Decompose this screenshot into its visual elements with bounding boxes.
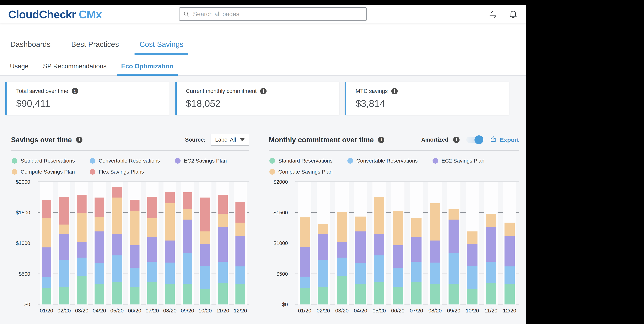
subtab-usage[interactable]: Usage bbox=[8, 62, 30, 75]
subtab-eco-optimization[interactable]: Eco Optimization bbox=[120, 62, 175, 75]
stacked-bar-07-20 bbox=[147, 182, 157, 305]
amortized-toggle[interactable] bbox=[466, 137, 483, 143]
bar-segment-compute-savings-plan bbox=[504, 223, 515, 236]
y-tick-label: $500 bbox=[276, 271, 288, 277]
x-tick-label: 05/20 bbox=[370, 308, 388, 314]
bar-slot-01-20 bbox=[295, 182, 314, 305]
bar-segment-ec2-savings-plan bbox=[147, 237, 157, 262]
global-search[interactable] bbox=[179, 7, 367, 21]
legend-dot bbox=[348, 158, 353, 164]
panel-head: Savings over time i Source: Label All bbox=[11, 129, 249, 150]
bar-segment-compute-savings-plan bbox=[448, 209, 459, 220]
bar-segment-ec2-savings-plan bbox=[112, 234, 122, 256]
x-tick-label: 07/20 bbox=[407, 308, 426, 314]
y-axis: $0$500$1000$1500$2000 bbox=[269, 182, 295, 305]
notifications-bell-icon[interactable] bbox=[508, 10, 518, 19]
kpi-label-text: Total saved over time bbox=[16, 88, 68, 94]
search-input[interactable] bbox=[193, 10, 362, 18]
stacked-bar-08-20 bbox=[165, 182, 175, 305]
tab-dashboards[interactable]: Dashboards bbox=[8, 40, 52, 55]
bar-segment-compute-savings-plan bbox=[200, 232, 210, 244]
x-tick-label: 04/20 bbox=[91, 308, 108, 314]
bar-segment-ec2-savings-plan bbox=[374, 234, 384, 256]
bar-segment-ec2-savings-plan bbox=[467, 244, 478, 266]
bar-segment-convertable-reservations bbox=[42, 277, 51, 288]
legend-dot bbox=[12, 169, 18, 175]
bar-segment-standard-reservations bbox=[318, 287, 328, 305]
monthly-commitment-panel: Monthly commitment over time i Amortized… bbox=[269, 129, 519, 314]
bar-segment-compute-savings-plan bbox=[94, 217, 104, 232]
legend-dot bbox=[175, 158, 180, 164]
stacked-bar-12-20 bbox=[504, 182, 515, 305]
info-icon[interactable]: i bbox=[260, 88, 266, 94]
bar-slot-05-20 bbox=[370, 182, 388, 305]
bar-segment-ec2-savings-plan bbox=[77, 242, 87, 258]
bar-segment-standard-reservations bbox=[430, 284, 440, 305]
source-dropdown[interactable]: Label All bbox=[210, 134, 249, 146]
legend-label: Standard Reservations bbox=[20, 158, 75, 164]
bar-segment-flex-savings-plans bbox=[147, 197, 157, 218]
bar-segment-standard-reservations bbox=[393, 287, 403, 305]
bar-segment-compute-savings-plan bbox=[59, 225, 69, 234]
export-icon bbox=[490, 135, 497, 144]
amortized-label: Amortized bbox=[421, 137, 448, 143]
bar-segment-compute-savings-plan bbox=[112, 198, 122, 234]
charts-row: Savings over time i Source: Label All St… bbox=[0, 115, 526, 314]
bar-segment-flex-savings-plans bbox=[130, 200, 140, 211]
bar-slot-10-20 bbox=[463, 182, 482, 305]
bar-segment-convertable-reservations bbox=[318, 260, 328, 287]
kpi-label: Total saved over timei bbox=[16, 88, 170, 94]
bar-slot-10-20 bbox=[196, 182, 214, 305]
header-icons bbox=[488, 9, 518, 19]
bar-segment-compute-savings-plan bbox=[300, 217, 310, 247]
bar-segment-flex-savings-plans bbox=[59, 197, 69, 225]
kpi-value: $90,411 bbox=[16, 98, 170, 109]
info-icon[interactable]: i bbox=[378, 137, 384, 143]
x-tick-label: 09/20 bbox=[444, 308, 463, 314]
y-tick-label: $1000 bbox=[274, 240, 288, 246]
legend-item-convertable-reservations: Convertable Reservations bbox=[348, 158, 418, 164]
chart-title-text: Savings over time bbox=[11, 136, 72, 144]
switch-accounts-icon[interactable] bbox=[488, 9, 498, 19]
stacked-bar-10-20 bbox=[200, 182, 210, 305]
bar-segment-convertable-reservations bbox=[393, 268, 403, 287]
bar-segment-standard-reservations bbox=[356, 284, 366, 305]
stacked-bar-11-20 bbox=[486, 182, 496, 305]
right-black-column bbox=[526, 0, 644, 324]
legend-label: Convertable Reservations bbox=[99, 158, 160, 164]
tab-cost-savings[interactable]: Cost Savings bbox=[137, 40, 186, 55]
subtab-sp-recommendations[interactable]: SP Recommendations bbox=[41, 62, 108, 75]
info-icon[interactable]: i bbox=[453, 137, 460, 143]
bar-segment-compute-savings-plan bbox=[486, 214, 496, 227]
bar-segment-ec2-savings-plan bbox=[393, 245, 403, 268]
bar-segment-convertable-reservations bbox=[77, 258, 87, 276]
info-icon[interactable]: i bbox=[76, 137, 82, 143]
info-icon[interactable]: i bbox=[72, 88, 78, 94]
tab-best-practices[interactable]: Best Practices bbox=[69, 40, 121, 55]
legend-label: Convertable Reservations bbox=[356, 158, 418, 164]
bar-slot-01-20 bbox=[38, 182, 55, 305]
bar-slot-09-20 bbox=[444, 182, 463, 305]
stacked-bar-chart: $0$500$1000$1500$2000 01/2002/2003/2004/… bbox=[269, 182, 519, 314]
legend-label: EC2 Savings Plan bbox=[184, 158, 227, 164]
info-icon[interactable]: i bbox=[391, 88, 398, 94]
bar-segment-ec2-savings-plan bbox=[200, 244, 210, 266]
stacked-bar-10-20 bbox=[467, 182, 478, 305]
bar-segment-ec2-savings-plan bbox=[183, 220, 192, 253]
bar-segment-standard-reservations bbox=[147, 282, 157, 305]
x-axis: 01/2002/2003/2004/2005/2006/2007/2008/20… bbox=[295, 308, 519, 314]
stacked-bar-chart: $0$500$1000$1500$2000 01/2002/2003/2004/… bbox=[11, 182, 249, 314]
top-black-bar bbox=[0, 0, 526, 5]
bar-segment-convertable-reservations bbox=[59, 260, 69, 287]
bar-segment-standard-reservations bbox=[504, 284, 515, 305]
bar-slot-04-20 bbox=[91, 182, 108, 305]
bar-segment-ec2-savings-plan bbox=[300, 247, 310, 277]
bar-segment-standard-reservations bbox=[59, 287, 69, 305]
legend-item-standard-reservations: Standard Reservations bbox=[270, 158, 332, 164]
export-button[interactable]: Export bbox=[490, 135, 519, 144]
bar-slot-04-20 bbox=[351, 182, 370, 305]
x-tick-label: 01/20 bbox=[38, 308, 55, 314]
app-screen: CloudCheckrCMx DashboardsBest PracticesC… bbox=[0, 0, 644, 324]
bar-segment-ec2-savings-plan bbox=[430, 241, 440, 263]
legend-dot bbox=[270, 169, 275, 175]
